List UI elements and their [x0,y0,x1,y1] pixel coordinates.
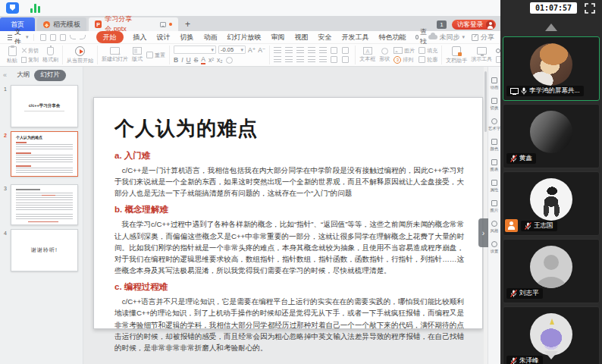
rail-chart[interactable]: 图表 [490,159,499,173]
decrease-indent-icon[interactable] [296,47,304,53]
columns-icon[interactable] [331,47,337,54]
format-painter-button[interactable]: 格式刷 [42,47,58,64]
notification-badge[interactable]: 1 [437,20,447,29]
ribbon-tab-view[interactable]: 视图 [295,33,309,42]
ribbon-tab-devtools[interactable]: 开发工具 [342,33,369,42]
rail-style[interactable]: 风格 [490,221,499,234]
new-tab-button[interactable]: + [178,17,197,31]
text-direction-icon[interactable] [319,47,327,53]
sync-status-button[interactable]: 未同步 ▾ [428,33,466,42]
slide-thumbnail-2[interactable]: 2 个人认为的难点 [0,131,83,177]
font-family-select[interactable]: ▾ [174,46,216,54]
participant-tile[interactable]: 黄鑫 [503,104,600,168]
cut-button[interactable]: 剪切 [21,47,39,55]
ribbon-tab-design[interactable]: 设计 [157,33,171,42]
increase-indent-icon[interactable] [308,47,315,53]
participant-tile[interactable]: 李学鸿的屏幕共... [503,36,600,101]
preview-icon[interactable] [60,34,66,41]
arrange-button[interactable]: 3 排列 [393,56,415,64]
numbering-icon[interactable] [285,47,293,53]
ribbon-tab-home[interactable]: 开始 [96,31,124,43]
participant-tile[interactable]: 王志国 [503,171,600,236]
ribbon-tab-animation[interactable]: 动画 [204,33,218,42]
reset-button[interactable]: 重置 [146,52,165,59]
rail-properties[interactable]: 属性 [490,180,499,193]
justify-icon[interactable] [308,56,315,62]
textbox-button[interactable]: A 文本框 [359,47,375,63]
rail-wordart[interactable]: 艺术字 [488,118,501,132]
rail-transition[interactable]: 切换 [490,98,499,111]
stocks-chart-icon[interactable] [30,3,42,14]
outline-button[interactable]: 轮廓 [419,56,437,64]
participant-tile[interactable]: 刘志平 [503,239,600,303]
save-icon[interactable] [40,34,46,41]
section-heading-a[interactable]: a. 入门难 [114,150,464,162]
scroll-videos-down-arrow[interactable] [544,351,558,359]
guest-login-button[interactable]: 访客登录 [452,20,496,30]
collapse-panel-icon[interactable]: « [3,71,7,79]
tab-docer[interactable]: 稻壳模板 [37,17,86,31]
layout-button[interactable]: 版式 [132,47,143,63]
slide-thumbnail-4[interactable]: 4 谢谢聆听! [0,229,83,271]
line-spacing-icon[interactable] [342,47,349,54]
picture-button[interactable]: 图片 [393,47,415,55]
font-color-button[interactable]: A [201,55,205,64]
redo-icon[interactable] [80,35,86,39]
decrease-font-button[interactable]: A⁻ [258,46,265,54]
slide-title[interactable]: 个人认为的难点 [114,115,464,142]
comment-bubble-icon[interactable] [160,22,166,27]
ribbon-tab-review[interactable]: 审阅 [271,33,285,42]
italic-button[interactable]: I [181,56,183,64]
align-center-icon[interactable] [285,56,293,62]
align-bottom-icon[interactable] [342,56,349,63]
highlight-button[interactable] [226,57,233,64]
shape-button[interactable]: 形状 [379,48,390,63]
underline-button[interactable]: U [187,56,191,64]
security-shield-icon[interactable] [6,2,19,14]
ribbon-tab-features[interactable]: 特色功能 [379,33,406,42]
section-body-a[interactable]: c/C++是一门计算机语言，我相信包括我在内大部分同学在中学阶段是没有接触过编程… [114,165,464,199]
section-body-c[interactable]: c/C++语言并不只是理论知识，它是需要在编程平台上运行的实实在在的需要实践的，… [114,296,464,353]
ribbon-tab-security[interactable]: 安全 [318,33,332,42]
rail-settings[interactable]: 设置 [490,241,499,255]
align-right-icon[interactable] [296,56,304,62]
distribute-icon[interactable] [319,56,327,62]
section-heading-c[interactable]: c. 编程过程难 [114,281,464,293]
section-body-b[interactable]: 我在学习c/C++过程中遇到了各种各样新的概念，比如“指针”、“返回值”等等，这… [114,218,464,276]
bold-button[interactable]: B [174,56,178,64]
align-left-icon[interactable] [274,56,281,62]
fill-button[interactable]: 填充 [419,47,437,55]
collapse-videos-arrow[interactable] [545,24,557,31]
superscript-button[interactable]: x² [209,56,214,64]
section-heading-b[interactable]: b. 概念理解难 [114,204,464,215]
bullets-icon[interactable] [274,47,281,53]
share-button[interactable]: 分享 [472,33,494,42]
rail-color[interactable]: 颜色 [490,139,499,152]
copy-button[interactable]: 复制 [21,56,39,64]
tab-document[interactable]: P 学习分享会.pptx [89,17,178,31]
ribbon-tab-transition[interactable]: 切换 [180,33,194,42]
ribbon-tab-insert[interactable]: 插入 [133,33,147,42]
rail-animation[interactable]: 动画 [490,77,499,91]
present-tools-button[interactable]: 演示工具 [471,47,492,63]
fullscreen-icon[interactable] [585,3,595,14]
ribbon-tab-slideshow[interactable]: 幻灯片放映 [227,33,262,42]
play-from-current-button[interactable]: 从当前开始 [67,46,93,64]
slide-thumbnail-1[interactable]: 1 c/c++学习分享会 [0,85,83,127]
slide-thumbnail-3[interactable]: 3 [0,184,83,225]
doc-assistant-button[interactable]: 文档助手 [446,46,467,64]
paste-button[interactable]: 粘贴 [7,46,17,64]
rail-expand-handle[interactable]: › [478,218,488,247]
outline-tab[interactable]: 大纲 [17,71,30,80]
current-slide[interactable]: 个人认为的难点 a. 入门难 c/C++是一门计算机语言，我相信包括我在内大部分… [93,97,483,329]
subscript-button[interactable]: x₂ [217,56,223,64]
slides-tab[interactable]: 幻灯片 [34,70,66,81]
increase-font-button[interactable]: A⁺ [248,46,256,54]
strikethrough-button[interactable]: S [194,56,199,64]
align-top-icon[interactable] [331,56,337,63]
new-slide-button[interactable]: 新建幻灯片 [102,47,128,63]
font-size-select[interactable]: -0.05▾ [218,46,246,54]
print-icon[interactable] [50,34,56,41]
rail-picture[interactable]: 图片 [490,200,499,214]
undo-icon[interactable] [70,35,76,39]
